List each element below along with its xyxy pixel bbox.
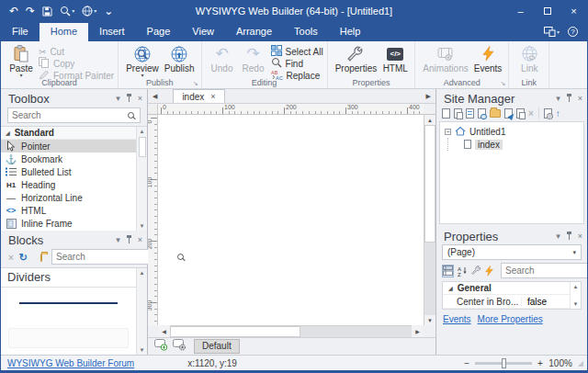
site-manager-close-icon[interactable]: ×	[578, 95, 582, 103]
blocks-scrollbar[interactable]: ▲ ▼	[136, 268, 147, 355]
more-properties-link[interactable]: More Properties	[478, 314, 543, 324]
blocks-folder-icon[interactable]	[40, 254, 42, 262]
scroll-up-icon[interactable]: ▲	[573, 284, 579, 289]
toolbox-item-heading[interactable]: H1 Heading	[1, 178, 136, 191]
advanced-dialog-launcher-icon[interactable]: ↘	[500, 80, 505, 87]
close-button[interactable]: ×	[560, 1, 587, 21]
blocks-pin-icon[interactable]	[129, 238, 130, 243]
publish-dropdown-icon[interactable]: ▾	[94, 8, 96, 14]
tab-scroll-right-icon[interactable]: ▶	[424, 93, 433, 103]
tree-item-root[interactable]: − Untitled1	[440, 125, 583, 138]
help-icon[interactable]: ?	[568, 27, 578, 37]
resize-grip-icon[interactable]: ◢	[578, 359, 582, 367]
property-row-center-in-browser[interactable]: Center in Bro... false	[443, 295, 570, 309]
publish-button[interactable]: Publish	[162, 43, 198, 73]
zoom-in-button[interactable]: +	[537, 358, 543, 368]
toolbox-item-bulleted-list[interactable]: Bulleted List	[1, 165, 136, 178]
undo-icon[interactable]: ↶	[9, 6, 18, 17]
divider-block-preview[interactable]	[19, 302, 118, 304]
animations-button[interactable]: Animations	[420, 43, 470, 73]
section-general[interactable]: ◢ General	[443, 282, 570, 295]
new-folder-icon[interactable]	[490, 109, 501, 118]
copy-button[interactable]: Copy	[39, 58, 114, 69]
find-button[interactable]: Find	[271, 58, 323, 69]
breakpoint-default-button[interactable]: Default	[194, 339, 240, 354]
properties-button[interactable]: Properties	[333, 43, 380, 73]
events-lightning-icon[interactable]	[485, 265, 493, 277]
paste-button[interactable]: Paste ▾	[6, 43, 37, 78]
scroll-up-icon[interactable]: ▲	[140, 129, 145, 134]
wrench-icon[interactable]	[471, 265, 481, 277]
zoom-out-button[interactable]: −	[464, 358, 469, 368]
blocks-category-dividers[interactable]: Dividers	[1, 268, 136, 288]
preview-button[interactable]: Preview ▾	[123, 43, 162, 78]
properties-search-input[interactable]	[505, 266, 588, 276]
scroll-down-icon[interactable]: ▼	[424, 315, 435, 325]
forum-link[interactable]: WYSIWYG Web Builder Forum	[1, 358, 134, 368]
collapse-box-icon[interactable]: −	[445, 129, 451, 135]
scroll-left-icon[interactable]: ◀	[158, 325, 170, 337]
tree-item-index[interactable]: index	[440, 138, 583, 151]
scroll-down-icon[interactable]: ▼	[140, 347, 145, 353]
properties-scrollbar[interactable]: ▲ ▼	[570, 282, 581, 309]
edit-page-icon[interactable]	[504, 108, 513, 119]
preview-dropdown-icon[interactable]: ▾	[72, 8, 74, 14]
canvas-horizontal-scrollbar[interactable]: ◀ ▶	[148, 325, 435, 337]
page-properties-icon[interactable]	[544, 108, 552, 119]
properties-menu-icon[interactable]: ▾	[556, 232, 560, 241]
save-icon[interactable]	[42, 6, 52, 17]
scroll-up-icon[interactable]: ▲	[140, 270, 145, 276]
blocks-refresh-icon[interactable]: ↻	[19, 252, 28, 264]
toolbox-item-inline-frame[interactable]: Inline Frame	[1, 217, 136, 230]
toolbox-item-bookmark[interactable]: ⚓ Bookmark	[1, 153, 136, 165]
scroll-thumb[interactable]	[424, 125, 435, 243]
tab-file[interactable]: File	[1, 23, 40, 41]
tab-help[interactable]: Help	[329, 23, 372, 41]
properties-close-icon[interactable]: ×	[578, 232, 582, 241]
blocks-menu-icon[interactable]: ▾	[116, 236, 120, 244]
zoom-slider[interactable]	[475, 362, 532, 365]
toolbox-pin-icon[interactable]	[129, 96, 130, 102]
scroll-up-icon[interactable]: ▲	[424, 115, 435, 125]
new-page-icon[interactable]	[442, 108, 450, 119]
events-button[interactable]: Events	[471, 43, 505, 73]
scroll-down-icon[interactable]: ▼	[573, 301, 579, 307]
site-manager-menu-icon[interactable]: ▾	[556, 95, 560, 103]
scroll-thumb[interactable]	[139, 137, 146, 157]
divider-block-preview-2[interactable]	[8, 328, 129, 348]
responsive-preview-icon[interactable]: ▾	[544, 27, 560, 37]
toolbox-scrollbar[interactable]: ▲ ▼	[136, 127, 147, 231]
add-breakpoint-icon[interactable]	[154, 338, 168, 355]
tab-page[interactable]: Page	[136, 23, 182, 41]
toolbox-item-horizontal-line[interactable]: — Horizontal Line	[1, 191, 136, 204]
tab-close-icon[interactable]: ×	[210, 93, 215, 101]
blocks-clear-icon[interactable]: ×	[8, 253, 14, 263]
manage-breakpoints-icon[interactable]	[173, 338, 187, 355]
customize-toolbar-icon[interactable]: ⌄	[104, 6, 113, 17]
undo-button[interactable]: ↶ Undo	[207, 43, 238, 73]
properties-pin-icon[interactable]	[569, 234, 570, 240]
blocks-close-icon[interactable]: ×	[138, 236, 142, 244]
preview-icon[interactable]: ▾	[60, 6, 74, 17]
maximize-button[interactable]	[534, 1, 560, 21]
toolbox-close-icon[interactable]: ×	[138, 95, 142, 103]
tab-insert[interactable]: Insert	[88, 23, 136, 41]
minimize-button[interactable]: –	[507, 1, 534, 21]
redo-icon[interactable]: ↷	[26, 6, 35, 17]
alphabetical-sort-icon[interactable]: AZ	[458, 265, 468, 277]
toolbox-item-html[interactable]: <> HTML	[1, 204, 136, 217]
site-manager-pin-icon[interactable]	[569, 96, 570, 102]
select-all-button[interactable]: Select All	[271, 46, 323, 57]
responsive-dropdown-icon[interactable]: ▾	[557, 28, 560, 35]
toolbox-category-standard[interactable]: ◢ Standard	[1, 127, 136, 140]
page-tab-index[interactable]: index ×	[173, 89, 224, 103]
publish-icon[interactable]: ▾	[82, 6, 96, 17]
events-link[interactable]: Events	[443, 314, 471, 324]
delete-page-icon[interactable]: ×	[528, 108, 534, 119]
tab-tools[interactable]: Tools	[283, 23, 329, 41]
property-value[interactable]: false	[522, 297, 570, 307]
cut-button[interactable]: ✂ Cut	[39, 46, 114, 57]
redo-button[interactable]: ↷ Redo	[238, 43, 269, 73]
page-link-icon[interactable]	[478, 108, 486, 119]
object-selector[interactable]: (Page) ▾	[442, 244, 582, 260]
